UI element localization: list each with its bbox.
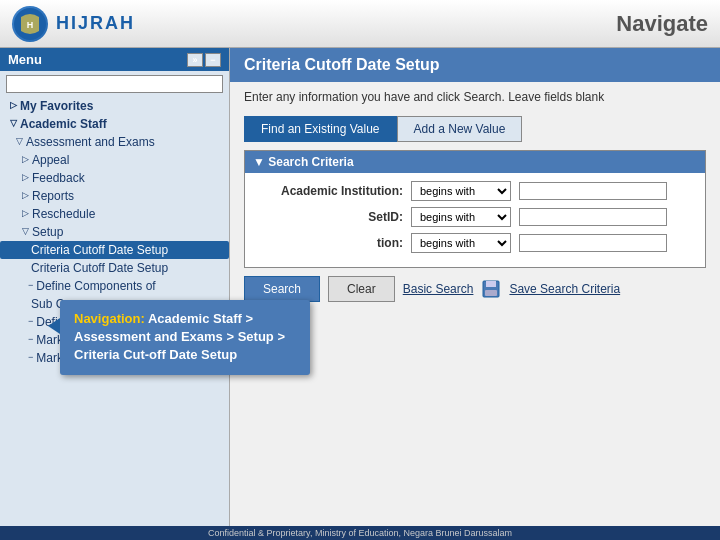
sidebar-item-feedback[interactable]: ▷ Feedback [0,169,229,187]
logo-icon: H [12,6,48,42]
main-container: Menu » − ▷ My Favorites ▽ Academic Staff… [0,48,720,540]
criteria-input-institution[interactable] [519,182,667,200]
sidebar-item-label: Setup [32,225,63,239]
save-icon[interactable] [481,279,501,299]
criteria-select-tion[interactable]: begins with contains ends with = [411,233,511,253]
basic-search-button[interactable]: Basic Search [403,282,474,296]
header: H HIJRAH Navigate [0,0,720,48]
sidebar-min-btn[interactable]: − [205,53,221,67]
logo-text: HIJRAH [56,13,135,34]
arrow-icon: − [28,334,33,344]
criteria-input-tion[interactable] [519,234,667,252]
sidebar-controls: » − [187,53,221,67]
sidebar-item-label: My Favorites [20,99,93,113]
sidebar-item-favorites[interactable]: ▷ My Favorites [0,97,229,115]
criteria-row-institution: Academic Institution: begins with contai… [253,181,697,201]
criteria-label-tion: tion: [253,236,403,250]
criteria-label-institution: Academic Institution: [253,184,403,198]
navigation-tooltip: Navigation: Academic Staff > Assessment … [60,300,310,375]
arrow-icon: ▷ [22,172,29,182]
sidebar-item-define-components[interactable]: − Define Components of [0,277,229,295]
sidebar-title: Menu [8,52,42,67]
info-text: Enter any information you have and click… [230,82,720,110]
tabs-row: Find an Existing Value Add a New Value [244,116,706,142]
search-criteria-header: ▼ Search Criteria [245,151,705,173]
criteria-rows: Academic Institution: begins with contai… [245,173,705,267]
arrow-icon: − [28,280,33,290]
sidebar-item-assessment-exams[interactable]: ▽ Assessment and Exams [0,133,229,151]
sidebar-collapse-btn[interactable]: » [187,53,203,67]
sidebar-item-academic-staff[interactable]: ▽ Academic Staff [0,115,229,133]
arrow-icon: − [28,316,33,326]
logo-area: H HIJRAH [12,6,135,42]
criteria-label-setid: SetID: [253,210,403,224]
header-title: Navigate [616,11,708,37]
tooltip-nav-label: Navigation: [74,311,145,326]
svg-rect-4 [485,290,497,296]
arrow-icon: − [28,352,33,362]
svg-rect-3 [486,281,496,287]
save-search-criteria-button[interactable]: Save Search Criteria [509,282,620,296]
sidebar-item-setup[interactable]: ▽ Setup [0,223,229,241]
criteria-row-setid: SetID: begins with contains ends with = [253,207,697,227]
sidebar-item-label: Define Components of [36,279,155,293]
tab-add-new[interactable]: Add a New Value [397,116,523,142]
clear-button[interactable]: Clear [328,276,395,302]
arrow-icon: ▽ [16,136,23,146]
arrow-icon: ▷ [22,190,29,200]
sidebar-item-reports[interactable]: ▷ Reports [0,187,229,205]
sidebar-item-label: Reschedule [32,207,95,221]
sidebar-item-label: Criteria Cutoff Date Setup [31,243,168,257]
criteria-row-tion: tion: begins with contains ends with = [253,233,697,253]
sidebar-item-reschedule[interactable]: ▷ Reschedule [0,205,229,223]
sidebar-item-label: Assessment and Exams [26,135,155,149]
tab-find-existing[interactable]: Find an Existing Value [244,116,397,142]
sidebar-item-label: Criteria Cutoff Date Setup [31,261,168,275]
sidebar-item-label: Feedback [32,171,85,185]
footer: Confidential & Proprietary, Ministry of … [0,526,720,540]
arrow-icon: ▽ [22,226,29,236]
arrow-icon: ▽ [10,118,17,128]
tooltip-arrow [48,318,60,334]
arrow-icon: ▷ [22,208,29,218]
sidebar-item-label: Reports [32,189,74,203]
sidebar-header: Menu » − [0,48,229,71]
svg-text:H: H [27,20,34,30]
sidebar-item-label: Academic Staff [20,117,107,131]
sidebar: Menu » − ▷ My Favorites ▽ Academic Staff… [0,48,230,540]
arrow-icon: ▷ [10,100,17,110]
search-button[interactable]: Search [244,276,320,302]
sidebar-item-appeal[interactable]: ▷ Appeal [0,151,229,169]
search-criteria-section: ▼ Search Criteria Academic Institution: … [244,150,706,268]
criteria-input-setid[interactable] [519,208,667,226]
criteria-select-setid[interactable]: begins with contains ends with = [411,207,511,227]
page-title: Criteria Cutoff Date Setup [230,48,720,82]
sidebar-item-label: Appeal [32,153,69,167]
action-buttons-row: Search Clear Basic Search Save Search Cr… [244,276,706,302]
content-area: Criteria Cutoff Date Setup Enter any inf… [230,48,720,540]
sidebar-item-criteria-cutoff2[interactable]: Criteria Cutoff Date Setup [0,259,229,277]
arrow-icon: ▷ [22,154,29,164]
sidebar-search-input[interactable] [6,75,223,93]
criteria-select-institution[interactable]: begins with contains ends with = [411,181,511,201]
footer-text: Confidential & Proprietary, Ministry of … [208,528,512,538]
sidebar-item-criteria-cutoff-active[interactable]: Criteria Cutoff Date Setup [0,241,229,259]
